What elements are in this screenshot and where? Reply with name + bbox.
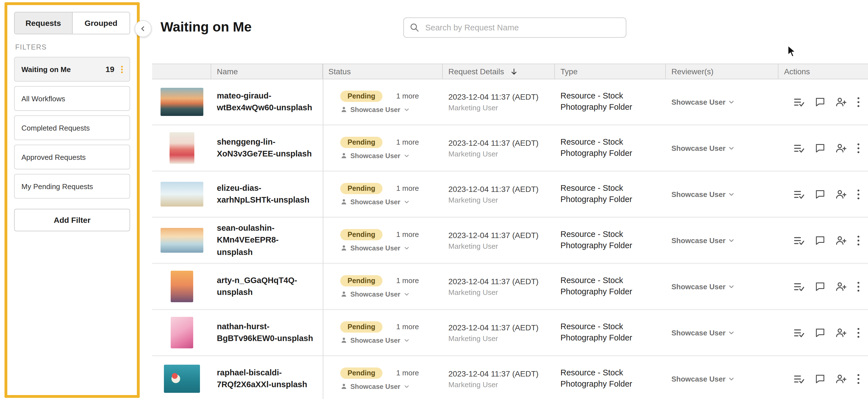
add-reviewer-icon[interactable] xyxy=(835,373,847,385)
chevron-down-icon xyxy=(403,152,410,159)
status-more-link[interactable]: 1 more xyxy=(396,276,419,285)
asset-name[interactable]: raphael-biscaldi-7RQf2X6aXXl-unsplash xyxy=(217,367,314,391)
approval-checklist-icon[interactable] xyxy=(793,188,805,200)
search-box xyxy=(403,18,626,38)
comment-icon[interactable] xyxy=(814,327,826,338)
reviewer-dropdown[interactable]: Showcase User xyxy=(672,98,778,106)
status-assignee-dropdown[interactable]: Showcase User xyxy=(340,198,443,206)
asset-name[interactable]: sean-oulashin-KMn4VEeEPR8-unsplash xyxy=(217,223,314,258)
table-row[interactable]: nathan-hurst-BgBTv96kEW0-unsplash Pendin… xyxy=(152,310,868,356)
add-reviewer-icon[interactable] xyxy=(835,96,847,108)
filter-grip-icon[interactable] xyxy=(121,66,123,73)
request-type: Resource - Stock Photography Folder xyxy=(560,183,646,205)
table-header: Name Status Request Details Type Reviewe… xyxy=(152,64,868,79)
status-assignee-dropdown[interactable]: Showcase User xyxy=(340,244,443,252)
reviewer-dropdown[interactable]: Showcase User xyxy=(672,190,778,198)
reviewer-dropdown[interactable]: Showcase User xyxy=(672,282,778,291)
asset-thumbnail[interactable] xyxy=(160,182,203,206)
status-more-link[interactable]: 1 more xyxy=(396,138,419,146)
asset-thumbnail[interactable] xyxy=(170,317,193,348)
status-assignee-dropdown[interactable]: Showcase User xyxy=(340,336,443,344)
asset-thumbnail[interactable] xyxy=(160,88,203,116)
column-header-request-details[interactable]: Request Details xyxy=(443,64,555,79)
asset-name[interactable]: shenggeng-lin-XoN3v3Ge7EE-unsplash xyxy=(217,136,314,160)
status-assignee-label: Showcase User xyxy=(350,105,400,113)
person-icon xyxy=(340,152,347,159)
add-reviewer-icon[interactable] xyxy=(835,327,847,338)
table-row[interactable]: shenggeng-lin-XoN3v3Ge7EE-unsplash Pendi… xyxy=(152,126,868,172)
more-options-kebab-icon[interactable] xyxy=(857,327,860,338)
add-reviewer-icon[interactable] xyxy=(835,234,847,246)
asset-thumbnail[interactable] xyxy=(169,132,194,164)
status-more-link[interactable]: 1 more xyxy=(396,369,419,377)
add-reviewer-icon[interactable] xyxy=(835,142,847,154)
more-options-kebab-icon[interactable] xyxy=(857,96,860,108)
status-assignee-dropdown[interactable]: Showcase User xyxy=(340,383,443,390)
table-row[interactable]: sean-oulashin-KMn4VEeEPR8-unsplash Pendi… xyxy=(152,218,868,264)
asset-thumbnail[interactable] xyxy=(164,365,200,393)
table-row[interactable]: raphael-biscaldi-7RQf2X6aXXl-unsplash Pe… xyxy=(152,356,868,399)
asset-thumbnail[interactable] xyxy=(170,271,193,302)
approval-checklist-icon[interactable] xyxy=(793,96,805,108)
column-header-status[interactable]: Status xyxy=(323,64,443,79)
add-filter-button[interactable]: Add Filter xyxy=(14,209,130,231)
comment-icon[interactable] xyxy=(814,235,826,246)
table-row[interactable]: arty-n_GGaQHqT4Q-unsplash Pending 1 more… xyxy=(152,264,868,310)
filter-label: Approved Requests xyxy=(22,153,123,161)
column-header-name[interactable]: Name xyxy=(211,64,323,79)
status-more-link[interactable]: 1 more xyxy=(396,92,419,100)
asset-name[interactable]: nathan-hurst-BgBTv96kEW0-unsplash xyxy=(217,321,314,344)
asset-name[interactable]: mateo-giraud-wtBex4wQw60-unsplash xyxy=(217,90,314,114)
table-row[interactable]: mateo-giraud-wtBex4wQw60-unsplash Pendin… xyxy=(152,79,868,126)
comment-icon[interactable] xyxy=(814,373,826,385)
comment-icon[interactable] xyxy=(814,142,826,154)
asset-thumbnail[interactable] xyxy=(160,228,203,253)
search-input[interactable] xyxy=(424,23,620,33)
reviewer-dropdown[interactable]: Showcase User xyxy=(672,144,778,152)
sidebar-collapse-button[interactable] xyxy=(135,20,152,37)
table-row[interactable]: elizeu-dias-xarhNpLSHTk-unsplash Pending… xyxy=(152,172,868,218)
status-more-link[interactable]: 1 more xyxy=(396,323,419,331)
tab-requests[interactable]: Requests xyxy=(14,12,72,34)
column-header-reviewers[interactable]: Reviewer(s) xyxy=(666,64,778,79)
status-assignee-dropdown[interactable]: Showcase User xyxy=(340,290,443,298)
approval-checklist-icon[interactable] xyxy=(793,234,805,246)
status-assignee-dropdown[interactable]: Showcase User xyxy=(340,105,443,113)
filter-count-badge: 19 xyxy=(105,65,114,74)
column-header-type[interactable]: Type xyxy=(555,64,666,79)
filter-all-workflows[interactable]: All Workflows xyxy=(14,86,130,111)
approval-checklist-icon[interactable] xyxy=(793,142,805,154)
status-more-link[interactable]: 1 more xyxy=(396,230,419,239)
reviewer-dropdown[interactable]: Showcase User xyxy=(672,328,778,337)
comment-icon[interactable] xyxy=(814,281,826,292)
more-options-kebab-icon[interactable] xyxy=(857,142,860,154)
person-icon xyxy=(340,244,347,252)
reviewer-name: Showcase User xyxy=(672,98,725,106)
approval-checklist-icon[interactable] xyxy=(793,327,805,338)
filter-my-pending-requests[interactable]: My Pending Requests xyxy=(14,174,130,199)
status-badge: Pending xyxy=(340,90,383,102)
status-assignee-dropdown[interactable]: Showcase User xyxy=(340,152,443,160)
filter-approved-requests[interactable]: Approved Requests xyxy=(14,145,130,169)
more-options-kebab-icon[interactable] xyxy=(857,373,860,385)
add-reviewer-icon[interactable] xyxy=(835,188,847,200)
filter-waiting-on-me[interactable]: Waiting on Me 19 xyxy=(14,57,130,81)
more-options-kebab-icon[interactable] xyxy=(857,280,860,292)
status-more-link[interactable]: 1 more xyxy=(396,184,419,193)
approval-checklist-icon[interactable] xyxy=(793,373,805,385)
asset-name[interactable]: arty-n_GGaQHqT4Q-unsplash xyxy=(217,275,314,298)
more-options-kebab-icon[interactable] xyxy=(857,234,860,246)
reviewer-dropdown[interactable]: Showcase User xyxy=(672,236,778,244)
comment-icon[interactable] xyxy=(814,96,826,107)
request-date: 2023-12-04 11:37 (AEDT) xyxy=(448,369,555,378)
reviewer-dropdown[interactable]: Showcase User xyxy=(672,374,778,383)
asset-name[interactable]: elizeu-dias-xarhNpLSHTk-unsplash xyxy=(217,182,314,206)
sort-descending-icon[interactable] xyxy=(510,67,518,76)
tab-grouped[interactable]: Grouped xyxy=(72,12,129,34)
approval-checklist-icon[interactable] xyxy=(793,280,805,292)
add-reviewer-icon[interactable] xyxy=(835,280,847,292)
more-options-kebab-icon[interactable] xyxy=(857,188,860,200)
comment-icon[interactable] xyxy=(814,189,826,200)
filter-completed-requests[interactable]: Completed Requests xyxy=(14,115,130,140)
column-header-thumbnail xyxy=(152,64,211,79)
